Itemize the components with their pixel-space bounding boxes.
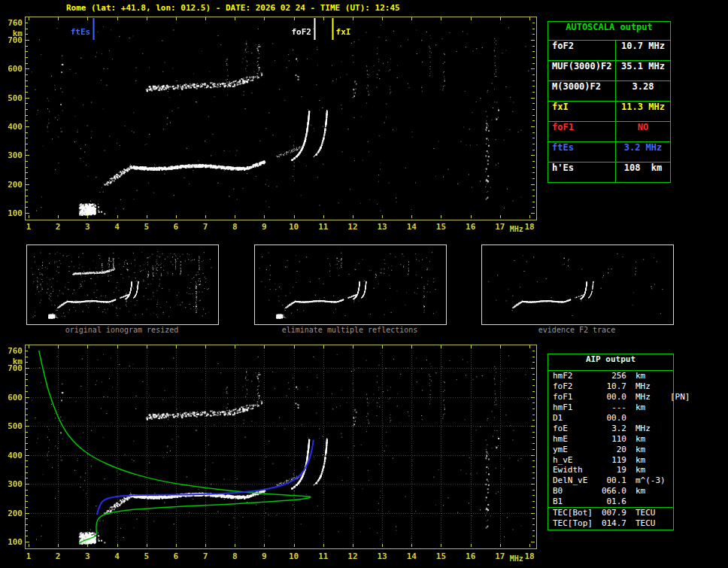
autoscala-row: foF210.7 MHz	[548, 41, 670, 61]
aip-row: TEC[Bot]007.9TECU	[548, 507, 673, 518]
x-tick-label: 2	[49, 222, 67, 232]
top-ionogram-frame	[25, 17, 537, 220]
x-tick-label: 10	[285, 551, 303, 561]
aip-v: 01.6	[596, 497, 626, 506]
aip-l: Ewidth	[553, 465, 596, 475]
autoscala-table-title: AUTOSCALA output	[548, 22, 670, 41]
y-tick-label: 200	[3, 180, 23, 190]
aip-u: km	[626, 371, 666, 381]
y-tick-label: 400	[3, 451, 23, 460]
x-tick-label: 12	[344, 551, 362, 561]
aip-v: 007.9	[596, 508, 626, 518]
x-tick-label: 7	[196, 222, 214, 232]
aip-row: TEC[Top]014.7TECU	[548, 518, 673, 528]
aip-v: 3.2	[596, 424, 626, 433]
y-tick-label: 600	[3, 393, 23, 402]
x-tick-label: 11	[314, 222, 332, 232]
autoscala-output-table: AUTOSCALA output foF210.7 MHzMUF(3000)F2…	[548, 21, 671, 183]
autoscala-param-value: 35.1 MHz	[615, 61, 670, 80]
autoscala-param-label: ftEs	[548, 142, 615, 162]
aip-u: m^(-3)	[626, 475, 666, 485]
aip-l: B1	[553, 497, 596, 506]
aip-l: TEC[Top]	[553, 518, 596, 528]
autoscala-param-value: 3.28	[615, 81, 670, 101]
aip-u: km	[626, 465, 666, 475]
autoscala-param-label: fxI	[548, 102, 615, 121]
x-tick-label: 16	[462, 551, 480, 561]
aip-row: hmE110km	[548, 433, 673, 444]
aip-v: 10.7	[596, 381, 626, 391]
aip-l: foF1	[553, 392, 596, 402]
aip-table-title: AIP output	[548, 354, 673, 371]
aip-v: 066.0	[596, 486, 626, 496]
y-tick-label: 100	[3, 208, 23, 218]
bottom-ionogram-canvas	[26, 345, 535, 547]
y-tick-label: 760	[3, 18, 23, 28]
aip-l: foE	[553, 424, 596, 433]
x-tick-label: 14	[402, 222, 420, 232]
x-tick-label: 5	[138, 222, 156, 232]
marker-ftEs: ftEs	[61, 27, 90, 37]
autoscala-param-value: 11.3 MHz	[615, 102, 670, 121]
aip-l: B0	[553, 486, 596, 496]
aip-v: ---	[596, 402, 626, 412]
autoscala-row: MUF(3000)F235.1 MHz	[548, 61, 670, 81]
station-date-time-header: Rome (lat: +41.8, lon: 012.5) - DATE: 20…	[66, 3, 400, 13]
aip-v: 00.1	[596, 475, 626, 485]
thumb-no-multiples-frame	[254, 245, 447, 325]
aip-v: 119	[596, 455, 626, 465]
aip-l: hmE	[553, 434, 596, 444]
autoscala-param-label: MUF(3000)F2	[548, 61, 615, 80]
x-tick-label: 3	[78, 551, 96, 561]
y-tick-label: 300	[3, 150, 23, 160]
x-tick-label: 17	[491, 551, 509, 561]
aip-row: foF100.0MHz[PN]	[548, 392, 673, 402]
aip-n: [PN]	[666, 392, 690, 402]
x-tick-label: 6	[167, 551, 185, 561]
x-tick-label: 9	[255, 551, 273, 561]
autoscala-param-label: h'Es	[548, 163, 615, 182]
aip-u: MHz	[626, 392, 666, 402]
x-tick-label: 17	[491, 222, 509, 232]
autoscala-row: foF1NO	[548, 122, 670, 142]
aip-v: 00.0	[596, 392, 626, 402]
aip-row: Ewidth19km	[548, 465, 673, 475]
aip-u: km	[626, 455, 666, 465]
x-tick-label: 12	[344, 222, 362, 232]
thumb-caption-original: original ionogram resized	[26, 326, 217, 334]
thumb-no-multiples-canvas	[255, 245, 444, 323]
aip-row: foE3.2MHz	[548, 423, 673, 433]
aip-l: foF2	[553, 381, 596, 391]
aip-l: TEC[Bot]	[553, 508, 596, 518]
y-axis-unit-label: km	[3, 29, 23, 38]
x-tick-label: 13	[373, 222, 391, 232]
thumb-original-ionogram-frame	[26, 245, 219, 325]
x-tick-label: 4	[108, 551, 126, 561]
aip-u: MHz	[626, 381, 666, 391]
top-ionogram-canvas	[26, 17, 535, 218]
thumb-caption-no-multiples: eliminate multiple reflections	[254, 326, 445, 334]
y-tick-label: 500	[3, 93, 23, 103]
x-tick-label: 1	[20, 551, 38, 561]
x-tick-label: 14	[402, 551, 420, 561]
thumb-f2-trace-frame	[481, 245, 674, 325]
autoscala-param-label: foF1	[548, 122, 615, 141]
x-tick-label: 9	[255, 222, 273, 232]
thumb-caption-f2-trace: evidence F2 trace	[481, 326, 672, 334]
autoscala-table-rows: foF210.7 MHzMUF(3000)F235.1 MHzM(3000)F2…	[548, 41, 670, 182]
x-tick-label: 6	[167, 222, 185, 232]
y-tick-label: 400	[3, 122, 23, 132]
y-tick-label: 300	[3, 479, 23, 489]
aip-row: B0066.0km	[548, 486, 673, 497]
autoscala-row: ftEs3.2 MHz	[548, 142, 670, 163]
aip-l: ymE	[553, 445, 596, 454]
x-tick-label: 1	[20, 222, 38, 232]
autoscala-row: fxI11.3 MHz	[548, 102, 670, 122]
x-tick-label: 2	[49, 551, 67, 561]
autoscala-row: M(3000)F23.28	[548, 81, 670, 102]
aip-row: D100.0	[548, 413, 673, 424]
x-tick-label: 11	[314, 551, 332, 561]
aip-row: ymE20km	[548, 444, 673, 454]
y-tick-label: 500	[3, 421, 23, 431]
aip-u: km	[626, 434, 666, 444]
